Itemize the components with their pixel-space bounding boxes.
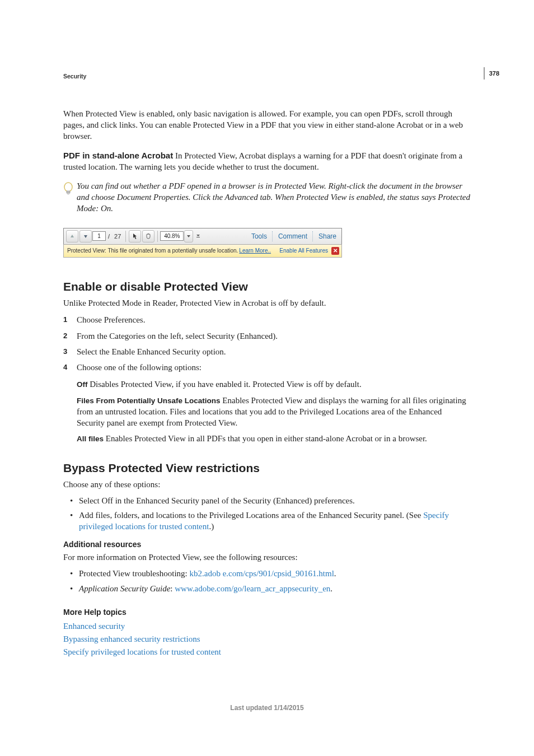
resource-pre: Protected View troubleshooting: [79, 569, 190, 578]
zoom-input[interactable]: 40.8% [160, 231, 184, 241]
list-item: Application Security Guide: www.adobe.co… [70, 583, 471, 594]
protected-view-message: Protected View: This file originated fro… [67, 248, 238, 254]
resource-pre-italic: Application Security Guide [79, 584, 170, 593]
heading-enable-protected-view: Enable or disable Protected View [63, 280, 471, 293]
more-help-topics-label: More Help topics [63, 608, 471, 617]
enable-all-features-link[interactable]: Enable All Features [279, 248, 328, 254]
option-files-unsafe: Files From Potentially Unsafe Locations … [77, 395, 471, 429]
more-help-link[interactable]: Bypassing enhanced security restrictions [63, 633, 471, 646]
toolbar-overflow-button[interactable] [194, 231, 202, 242]
additional-resources-intro: For more information on Protected View, … [63, 552, 471, 563]
acrobat-toolbar: 1 / 27 40.8% Tools Comment [63, 228, 342, 244]
lightbulb-icon [63, 182, 73, 197]
bypass-item-post: .) [209, 522, 214, 531]
page-up-button[interactable] [66, 230, 78, 242]
option-off: Off Disables Protected View, if you have… [77, 379, 471, 390]
page-total: 27 [114, 233, 121, 240]
page-number: 378 [489, 70, 499, 77]
protected-view-bar: Protected View: This file originated fro… [63, 244, 342, 258]
select-tool-button[interactable] [129, 230, 141, 242]
option-all-files-text: Enables Protected View in all PDFs that … [104, 434, 427, 443]
list-item: Select Off in the Enhanced Security pane… [70, 495, 471, 506]
heading-bypass-protected-view: Bypass Protected View restrictions [63, 461, 471, 475]
step-item: From the Categories on the left, select … [63, 330, 471, 342]
page-footer: Last updated 1/14/2015 [63, 704, 471, 712]
intro-paragraph: When Protected View is enabled, only bas… [63, 109, 471, 142]
enable-intro: Unlike Protected Mode in Reader, Protect… [63, 298, 471, 309]
learn-more-link[interactable]: Learn More.. [239, 248, 271, 254]
comment-link[interactable]: Comment [273, 232, 312, 240]
svg-rect-2 [196, 237, 200, 237]
option-off-label: Off [77, 380, 88, 389]
page-separator: / [108, 233, 110, 240]
resource-post: . [330, 584, 332, 593]
more-help-list: Enhanced security Bypassing enhanced sec… [63, 620, 471, 659]
page-number-input[interactable]: 1 [92, 231, 106, 241]
list-item: Protected View troubleshooting: kb2.adob… [70, 568, 471, 579]
tip-text: You can find out whether a PDF opened in… [77, 181, 471, 214]
page-number-container: 378 [484, 67, 499, 80]
resources-list: Protected View troubleshooting: kb2.adob… [70, 568, 471, 594]
option-files-unsafe-label: Files From Potentially Unsafe Locations [77, 396, 221, 405]
resource-post: . [334, 569, 336, 578]
steps-list: Choose Preferences. From the Categories … [63, 314, 471, 373]
share-link[interactable]: Share [313, 232, 341, 240]
hand-tool-button[interactable] [142, 230, 154, 242]
option-off-text: Disables Protected View, if you have ena… [88, 380, 362, 389]
breadcrumb: Security [63, 73, 471, 80]
tools-link[interactable]: Tools [246, 232, 272, 240]
svg-point-0 [64, 183, 72, 192]
step-item: Choose one of the following options: [63, 362, 471, 373]
bypass-intro: Choose any of these options: [63, 479, 471, 491]
list-item: Add files, folders, and locations to the… [70, 510, 471, 533]
page-down-button[interactable] [79, 230, 92, 242]
appsecurity-link[interactable]: www.adobe.com/go/learn_acr_appsecurity_e… [175, 584, 330, 593]
toolbar-separator [157, 231, 158, 242]
zoom-dropdown-button[interactable] [184, 230, 193, 242]
bypass-item-pre: Add files, folders, and locations to the… [79, 511, 423, 520]
toolbar-separator [125, 231, 126, 242]
tip-block: You can find out whether a PDF opened in… [63, 181, 471, 214]
more-help-link[interactable]: Specify privileged locations for trusted… [63, 646, 471, 659]
more-help-link[interactable]: Enhanced security [63, 620, 471, 633]
option-all-files: All files Enables Protected View in all … [77, 433, 471, 444]
step-item: Choose Preferences. [63, 314, 471, 325]
troubleshooting-link[interactable]: kb2.adob e.com/cps/901/cpsid_90161.html [190, 569, 334, 578]
bypass-list: Select Off in the Enhanced Security pane… [70, 495, 471, 533]
pdf-standalone-label: PDF in stand-alone Acrobat [63, 151, 173, 160]
option-all-files-label: All files [77, 435, 104, 443]
pdf-standalone-paragraph: PDF in stand-alone Acrobat In Protected … [63, 150, 471, 173]
toolbar-right-links: Tools Comment Share [246, 228, 341, 244]
protected-view-figure: 1 / 27 40.8% Tools Comment [63, 228, 342, 258]
step-item: Select the Enable Enhanced Security opti… [63, 346, 471, 357]
additional-resources-label: Additional resources [63, 540, 471, 549]
close-icon[interactable]: ✕ [331, 247, 339, 255]
